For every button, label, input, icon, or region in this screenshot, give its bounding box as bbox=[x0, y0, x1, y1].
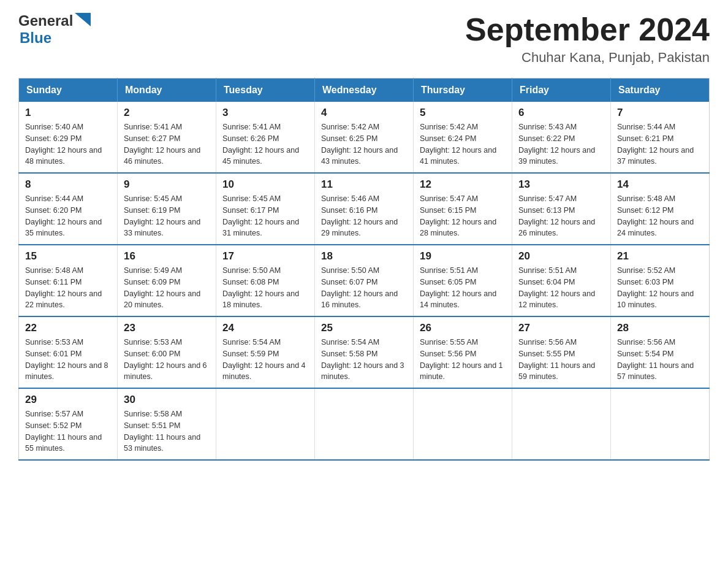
day-number: 9 bbox=[124, 178, 210, 191]
day-header-saturday: Saturday bbox=[611, 79, 710, 102]
calendar-cell: 20Sunrise: 5:51 AMSunset: 6:04 PMDayligh… bbox=[512, 245, 611, 316]
calendar-week-row: 1Sunrise: 5:40 AMSunset: 6:29 PMDaylight… bbox=[19, 102, 710, 173]
day-info: Sunrise: 5:48 AMSunset: 6:12 PMDaylight:… bbox=[617, 193, 703, 239]
calendar-cell: 25Sunrise: 5:54 AMSunset: 5:58 PMDayligh… bbox=[315, 316, 414, 388]
day-number: 16 bbox=[124, 250, 210, 262]
calendar-cell: 1Sunrise: 5:40 AMSunset: 6:29 PMDaylight… bbox=[19, 102, 118, 173]
day-info: Sunrise: 5:46 AMSunset: 6:16 PMDaylight:… bbox=[321, 193, 407, 239]
day-header-friday: Friday bbox=[512, 79, 611, 102]
day-number: 7 bbox=[617, 107, 703, 119]
day-number: 11 bbox=[321, 178, 407, 191]
day-info: Sunrise: 5:47 AMSunset: 6:13 PMDaylight:… bbox=[518, 193, 604, 239]
logo-blue-text: Blue bbox=[20, 29, 51, 47]
calendar-cell: 26Sunrise: 5:55 AMSunset: 5:56 PMDayligh… bbox=[414, 316, 512, 388]
calendar-cell: 10Sunrise: 5:45 AMSunset: 6:17 PMDayligh… bbox=[216, 173, 315, 245]
day-info: Sunrise: 5:54 AMSunset: 5:58 PMDaylight:… bbox=[321, 337, 407, 383]
day-info: Sunrise: 5:53 AMSunset: 6:00 PMDaylight:… bbox=[124, 337, 210, 383]
calendar-cell bbox=[512, 388, 611, 460]
calendar-cell bbox=[611, 388, 710, 460]
calendar-cell: 30Sunrise: 5:58 AMSunset: 5:51 PMDayligh… bbox=[118, 388, 216, 460]
day-number: 24 bbox=[222, 322, 308, 334]
calendar-cell: 16Sunrise: 5:49 AMSunset: 6:09 PMDayligh… bbox=[118, 245, 216, 316]
calendar-cell: 6Sunrise: 5:43 AMSunset: 6:22 PMDaylight… bbox=[512, 102, 611, 173]
day-header-wednesday: Wednesday bbox=[315, 79, 414, 102]
day-info: Sunrise: 5:43 AMSunset: 6:22 PMDaylight:… bbox=[518, 121, 604, 167]
calendar-cell: 15Sunrise: 5:48 AMSunset: 6:11 PMDayligh… bbox=[19, 245, 118, 316]
day-header-sunday: Sunday bbox=[19, 79, 118, 102]
day-number: 17 bbox=[222, 250, 308, 262]
logo-arrow-icon bbox=[75, 13, 91, 29]
calendar-cell: 18Sunrise: 5:50 AMSunset: 6:07 PMDayligh… bbox=[315, 245, 414, 316]
day-number: 23 bbox=[124, 322, 210, 334]
page-header: General Blue September 2024 Chuhar Kana,… bbox=[18, 12, 710, 66]
logo: General Blue bbox=[18, 12, 91, 47]
location-subtitle: Chuhar Kana, Punjab, Pakistan bbox=[465, 50, 710, 66]
calendar-cell: 24Sunrise: 5:54 AMSunset: 5:59 PMDayligh… bbox=[216, 316, 315, 388]
day-number: 5 bbox=[420, 107, 506, 119]
day-info: Sunrise: 5:44 AMSunset: 6:20 PMDaylight:… bbox=[25, 193, 111, 239]
calendar-table: SundayMondayTuesdayWednesdayThursdayFrid… bbox=[18, 78, 710, 461]
day-info: Sunrise: 5:55 AMSunset: 5:56 PMDaylight:… bbox=[420, 337, 506, 383]
day-number: 14 bbox=[617, 178, 703, 191]
day-info: Sunrise: 5:51 AMSunset: 6:04 PMDaylight:… bbox=[518, 265, 604, 311]
day-number: 28 bbox=[617, 322, 703, 334]
title-section: September 2024 Chuhar Kana, Punjab, Paki… bbox=[465, 12, 710, 66]
calendar-week-row: 29Sunrise: 5:57 AMSunset: 5:52 PMDayligh… bbox=[19, 388, 710, 460]
calendar-body: 1Sunrise: 5:40 AMSunset: 6:29 PMDaylight… bbox=[19, 102, 710, 460]
day-number: 19 bbox=[420, 250, 506, 262]
month-title: September 2024 bbox=[465, 12, 710, 47]
day-number: 21 bbox=[617, 250, 703, 262]
day-header-thursday: Thursday bbox=[414, 79, 512, 102]
calendar-cell: 29Sunrise: 5:57 AMSunset: 5:52 PMDayligh… bbox=[19, 388, 118, 460]
day-number: 15 bbox=[25, 250, 111, 262]
calendar-week-row: 15Sunrise: 5:48 AMSunset: 6:11 PMDayligh… bbox=[19, 245, 710, 316]
calendar-cell: 19Sunrise: 5:51 AMSunset: 6:05 PMDayligh… bbox=[414, 245, 512, 316]
day-info: Sunrise: 5:50 AMSunset: 6:07 PMDaylight:… bbox=[321, 265, 407, 311]
day-info: Sunrise: 5:45 AMSunset: 6:17 PMDaylight:… bbox=[222, 193, 308, 239]
calendar-cell bbox=[315, 388, 414, 460]
day-number: 25 bbox=[321, 322, 407, 334]
day-number: 18 bbox=[321, 250, 407, 262]
day-info: Sunrise: 5:51 AMSunset: 6:05 PMDaylight:… bbox=[420, 265, 506, 311]
day-info: Sunrise: 5:50 AMSunset: 6:08 PMDaylight:… bbox=[222, 265, 308, 311]
calendar-cell: 11Sunrise: 5:46 AMSunset: 6:16 PMDayligh… bbox=[315, 173, 414, 245]
calendar-cell: 2Sunrise: 5:41 AMSunset: 6:27 PMDaylight… bbox=[118, 102, 216, 173]
calendar-cell: 8Sunrise: 5:44 AMSunset: 6:20 PMDaylight… bbox=[19, 173, 118, 245]
calendar-cell: 12Sunrise: 5:47 AMSunset: 6:15 PMDayligh… bbox=[414, 173, 512, 245]
calendar-cell: 28Sunrise: 5:56 AMSunset: 5:54 PMDayligh… bbox=[611, 316, 710, 388]
day-number: 26 bbox=[420, 322, 506, 334]
calendar-header: SundayMondayTuesdayWednesdayThursdayFrid… bbox=[19, 79, 710, 102]
calendar-cell: 7Sunrise: 5:44 AMSunset: 6:21 PMDaylight… bbox=[611, 102, 710, 173]
day-number: 6 bbox=[518, 107, 604, 119]
day-number: 22 bbox=[25, 322, 111, 334]
calendar-cell: 17Sunrise: 5:50 AMSunset: 6:08 PMDayligh… bbox=[216, 245, 315, 316]
day-info: Sunrise: 5:40 AMSunset: 6:29 PMDaylight:… bbox=[25, 121, 111, 167]
day-info: Sunrise: 5:44 AMSunset: 6:21 PMDaylight:… bbox=[617, 121, 703, 167]
day-info: Sunrise: 5:48 AMSunset: 6:11 PMDaylight:… bbox=[25, 265, 111, 311]
day-number: 27 bbox=[518, 322, 604, 334]
day-header-tuesday: Tuesday bbox=[216, 79, 315, 102]
day-number: 20 bbox=[518, 250, 604, 262]
day-number: 3 bbox=[222, 107, 308, 119]
calendar-cell: 21Sunrise: 5:52 AMSunset: 6:03 PMDayligh… bbox=[611, 245, 710, 316]
day-info: Sunrise: 5:49 AMSunset: 6:09 PMDaylight:… bbox=[124, 265, 210, 311]
day-info: Sunrise: 5:56 AMSunset: 5:54 PMDaylight:… bbox=[617, 337, 703, 383]
calendar-cell: 22Sunrise: 5:53 AMSunset: 6:01 PMDayligh… bbox=[19, 316, 118, 388]
day-number: 10 bbox=[222, 178, 308, 191]
day-info: Sunrise: 5:45 AMSunset: 6:19 PMDaylight:… bbox=[124, 193, 210, 239]
day-number: 2 bbox=[124, 107, 210, 119]
day-info: Sunrise: 5:58 AMSunset: 5:51 PMDaylight:… bbox=[124, 408, 210, 454]
calendar-week-row: 22Sunrise: 5:53 AMSunset: 6:01 PMDayligh… bbox=[19, 316, 710, 388]
day-header-monday: Monday bbox=[118, 79, 216, 102]
day-info: Sunrise: 5:53 AMSunset: 6:01 PMDaylight:… bbox=[25, 337, 111, 383]
day-info: Sunrise: 5:54 AMSunset: 5:59 PMDaylight:… bbox=[222, 337, 308, 383]
day-number: 30 bbox=[124, 394, 210, 406]
calendar-cell: 3Sunrise: 5:41 AMSunset: 6:26 PMDaylight… bbox=[216, 102, 315, 173]
calendar-cell: 13Sunrise: 5:47 AMSunset: 6:13 PMDayligh… bbox=[512, 173, 611, 245]
day-info: Sunrise: 5:42 AMSunset: 6:24 PMDaylight:… bbox=[420, 121, 506, 167]
day-info: Sunrise: 5:47 AMSunset: 6:15 PMDaylight:… bbox=[420, 193, 506, 239]
day-info: Sunrise: 5:42 AMSunset: 6:25 PMDaylight:… bbox=[321, 121, 407, 167]
day-info: Sunrise: 5:41 AMSunset: 6:27 PMDaylight:… bbox=[124, 121, 210, 167]
day-info: Sunrise: 5:52 AMSunset: 6:03 PMDaylight:… bbox=[617, 265, 703, 311]
svg-marker-0 bbox=[75, 13, 91, 26]
